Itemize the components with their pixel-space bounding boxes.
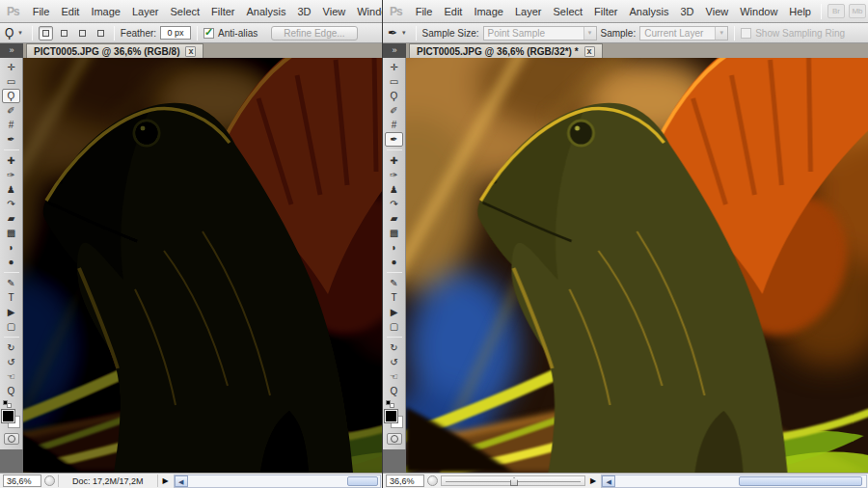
bridge-icon[interactable]: Br	[827, 4, 845, 18]
pen-tool[interactable]: ✎	[385, 276, 403, 290]
exposure-slider[interactable]	[441, 475, 585, 486]
zoom-tool[interactable]: Q	[2, 384, 20, 398]
subtract-from-selection-button[interactable]	[75, 26, 90, 41]
blur-tool[interactable]: ◗	[2, 240, 20, 255]
foreground-color-swatch[interactable]	[385, 410, 397, 422]
3d-rotate-tool[interactable]: ↻	[385, 340, 403, 355]
default-colors-icon[interactable]	[386, 400, 399, 408]
scroll-left-icon[interactable]: ◀	[602, 475, 615, 487]
default-colors-icon[interactable]	[3, 400, 16, 408]
status-menu-arrow-icon[interactable]: ▶	[588, 476, 598, 485]
menu-image[interactable]: Image	[85, 6, 126, 17]
menu-filter[interactable]: Filter	[205, 6, 240, 17]
close-icon[interactable]: x	[584, 46, 595, 57]
menu-analysis[interactable]: Analysis	[624, 6, 675, 17]
menu-select[interactable]: Select	[165, 6, 206, 17]
menu-layer[interactable]: Layer	[509, 6, 548, 17]
new-selection-button[interactable]	[39, 26, 53, 41]
intersect-selection-button[interactable]	[94, 26, 108, 41]
sample-size-dropdown[interactable]: Point Sample ▾	[483, 26, 597, 41]
mini-bridge-icon[interactable]: Mb	[849, 4, 866, 18]
crop-tool[interactable]: #	[385, 118, 403, 132]
rectangular-marquee-tool[interactable]: ▭	[2, 74, 20, 89]
rectangle-tool[interactable]: ▢	[385, 319, 403, 334]
history-brush-tool[interactable]: ↷	[2, 197, 20, 211]
clone-stamp-tool[interactable]: ♟	[2, 182, 20, 197]
scroll-left-icon[interactable]: ◀	[175, 475, 188, 487]
gradient-tool[interactable]: ▩	[2, 226, 20, 240]
eyedropper-tool[interactable]: ✒	[2, 132, 20, 147]
spot-healing-brush-tool[interactable]: ✚	[2, 153, 20, 168]
dodge-tool[interactable]: ●	[2, 255, 20, 269]
zoom-tool[interactable]: Q	[385, 384, 403, 398]
menu-analysis[interactable]: Analysis	[241, 6, 292, 17]
status-menu-arrow-icon[interactable]: ▶	[161, 476, 171, 485]
document-canvas[interactable]	[23, 58, 382, 473]
rectangular-marquee-tool[interactable]: ▭	[385, 74, 403, 89]
history-brush-tool[interactable]: ↷	[385, 197, 403, 211]
menu-window[interactable]: Window	[734, 6, 783, 17]
feather-input[interactable]: 0 px	[160, 26, 191, 40]
pen-tool[interactable]: ✎	[2, 276, 20, 290]
clone-stamp-tool[interactable]: ♟	[385, 182, 403, 197]
scrollbar-thumb[interactable]	[347, 476, 378, 486]
type-tool[interactable]: T	[2, 290, 20, 305]
gradient-tool[interactable]: ▩	[385, 226, 403, 240]
lasso-tool[interactable]: Ϙ	[2, 89, 20, 103]
menu-3d[interactable]: 3D	[292, 6, 317, 17]
menu-window[interactable]: Window	[351, 6, 382, 17]
rectangle-tool[interactable]: ▢	[2, 319, 20, 334]
move-tool[interactable]: ✛	[2, 60, 20, 74]
menu-edit[interactable]: Edit	[55, 6, 85, 17]
quick-selection-tool[interactable]: ✐	[385, 103, 403, 118]
hand-tool[interactable]: ☜	[2, 369, 20, 384]
hand-tool[interactable]: ☜	[385, 369, 403, 384]
menu-3d[interactable]: 3D	[675, 6, 700, 17]
quick-mask-button[interactable]	[387, 433, 402, 445]
add-to-selection-button[interactable]	[57, 26, 71, 41]
eraser-tool[interactable]: ▰	[2, 211, 20, 226]
eyedropper-tool[interactable]: ✒	[385, 132, 403, 147]
refine-edge-button[interactable]: Refine Edge...	[271, 26, 357, 41]
menu-edit[interactable]: Edit	[438, 6, 468, 17]
close-icon[interactable]: x	[185, 46, 196, 57]
document-canvas[interactable]	[406, 58, 868, 473]
scrollbar-thumb[interactable]	[739, 476, 862, 486]
active-tool-preview[interactable]: ✒ ▾	[388, 26, 410, 40]
menu-select[interactable]: Select	[548, 6, 589, 17]
3d-rotate-tool[interactable]: ↻	[2, 340, 20, 355]
document-tab[interactable]: PICT0005.JPG @ 36,6% (RGB/8) x	[26, 43, 203, 58]
horizontal-scrollbar[interactable]: ◀	[601, 474, 867, 488]
active-tool-preview[interactable]: Ϙ ▾	[5, 26, 26, 40]
type-tool[interactable]: T	[385, 290, 403, 305]
quick-mask-button[interactable]	[4, 433, 19, 445]
spot-healing-brush-tool[interactable]: ✚	[385, 153, 403, 168]
dodge-tool[interactable]: ●	[385, 255, 403, 269]
foreground-color-swatch[interactable]	[2, 410, 14, 422]
menu-view[interactable]: View	[700, 6, 735, 17]
horizontal-scrollbar[interactable]: ◀	[174, 474, 381, 488]
menu-view[interactable]: View	[317, 6, 352, 17]
crop-tool[interactable]: #	[2, 118, 20, 132]
menu-help[interactable]: Help	[783, 6, 817, 17]
eraser-tool[interactable]: ▰	[385, 211, 403, 226]
zoom-level-field[interactable]: 36,6%	[386, 474, 424, 487]
menu-file[interactable]: File	[410, 6, 439, 17]
menu-filter[interactable]: Filter	[588, 6, 623, 17]
quick-selection-tool[interactable]: ✐	[2, 103, 20, 118]
brush-tool[interactable]: ✑	[385, 168, 403, 182]
show-sampling-ring-checkbox[interactable]	[741, 28, 751, 39]
path-selection-tool[interactable]: ▶	[385, 305, 403, 319]
menu-file[interactable]: File	[27, 6, 56, 17]
menu-layer[interactable]: Layer	[126, 6, 165, 17]
brush-tool[interactable]: ✑	[2, 168, 20, 182]
lasso-tool[interactable]: Ϙ	[385, 89, 403, 103]
zoom-level-field[interactable]: 36,6%	[3, 474, 41, 487]
antialias-checkbox[interactable]	[203, 28, 214, 39]
path-selection-tool[interactable]: ▶	[2, 305, 20, 319]
3d-orbit-tool[interactable]: ↺	[2, 355, 20, 369]
blur-tool[interactable]: ◗	[385, 240, 403, 255]
menu-image[interactable]: Image	[468, 6, 509, 17]
move-tool[interactable]: ✛	[385, 60, 403, 74]
sample-dropdown[interactable]: Current Layer ▾	[639, 26, 728, 41]
